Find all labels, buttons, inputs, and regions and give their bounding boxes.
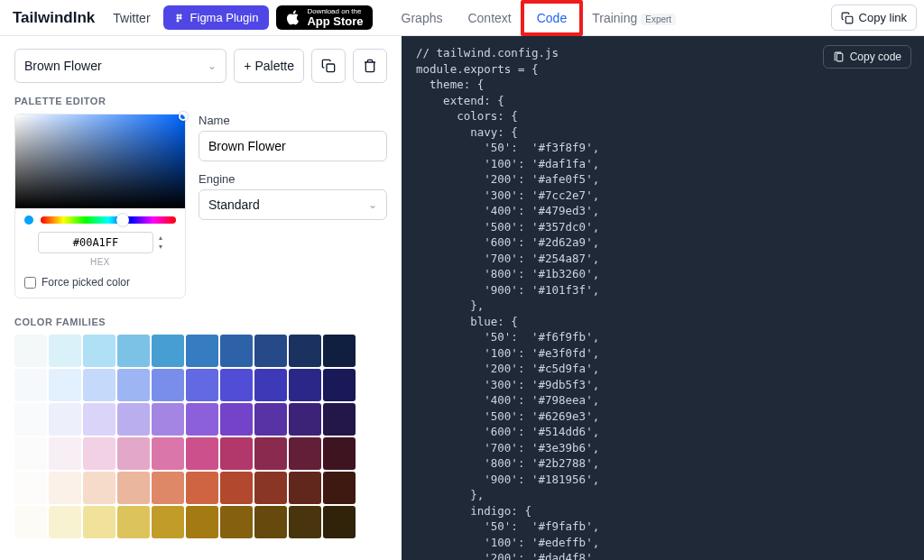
- palette-select[interactable]: Brown Flower ⌄: [14, 49, 226, 83]
- copy-icon: [321, 59, 336, 73]
- color-swatch[interactable]: [117, 437, 150, 470]
- engine-value: Standard: [208, 197, 260, 212]
- duplicate-button[interactable]: [311, 49, 346, 83]
- color-swatch[interactable]: [254, 403, 287, 436]
- svg-point-2: [179, 16, 181, 19]
- color-swatch[interactable]: [254, 369, 287, 401]
- twitter-link[interactable]: Twitter: [107, 11, 155, 25]
- color-swatch[interactable]: [289, 506, 321, 538]
- color-swatch[interactable]: [117, 506, 150, 538]
- color-swatch[interactable]: [14, 472, 47, 504]
- svg-point-3: [176, 16, 179, 19]
- color-swatch[interactable]: [323, 437, 356, 470]
- color-swatch[interactable]: [186, 437, 218, 470]
- color-swatch[interactable]: [83, 506, 116, 538]
- family-row: [14, 403, 387, 436]
- figma-plugin-button[interactable]: Figma Plugin: [163, 5, 270, 30]
- force-picked-checkbox[interactable]: [24, 277, 36, 289]
- color-swatch[interactable]: [289, 437, 321, 470]
- color-swatch[interactable]: [323, 472, 356, 504]
- color-swatch[interactable]: [220, 506, 253, 538]
- engine-select[interactable]: Standard ⌄: [199, 189, 387, 220]
- color-swatch[interactable]: [220, 403, 253, 436]
- copy-code-button[interactable]: Copy code: [823, 45, 911, 69]
- hue-thumb[interactable]: [116, 214, 129, 226]
- color-swatch[interactable]: [323, 506, 356, 538]
- color-swatch[interactable]: [289, 472, 321, 504]
- family-row: [14, 472, 387, 504]
- color-swatch[interactable]: [49, 369, 81, 401]
- color-swatch[interactable]: [323, 369, 356, 401]
- tab-context[interactable]: Context: [457, 4, 522, 32]
- color-swatch[interactable]: [152, 369, 184, 401]
- color-swatch[interactable]: [220, 437, 253, 470]
- color-swatch[interactable]: [152, 403, 184, 436]
- hex-label: HEX: [15, 257, 185, 267]
- color-swatch[interactable]: [83, 472, 116, 504]
- tab-code[interactable]: Code: [526, 4, 578, 32]
- saturation-value-area[interactable]: [15, 115, 185, 208]
- color-swatch[interactable]: [289, 369, 321, 401]
- color-swatch[interactable]: [152, 335, 184, 367]
- color-swatch[interactable]: [152, 506, 184, 538]
- add-palette-button[interactable]: + Palette: [234, 49, 304, 83]
- link-icon: [841, 12, 854, 24]
- svg-rect-7: [836, 53, 843, 61]
- color-swatch[interactable]: [117, 403, 150, 436]
- code-content[interactable]: // tailwind.config.js module.exports = {…: [402, 36, 924, 560]
- color-swatch[interactable]: [289, 335, 321, 367]
- top-bar: TailwindInk Twitter Figma Plugin Downloa…: [0, 0, 924, 36]
- tab-bar: Graphs Context Code TrainingExpert: [391, 4, 688, 32]
- appstore-big-text: App Store: [307, 15, 363, 27]
- color-swatch[interactable]: [117, 335, 150, 367]
- hex-input[interactable]: [38, 232, 153, 253]
- color-swatch[interactable]: [14, 403, 47, 436]
- color-swatch[interactable]: [117, 369, 150, 401]
- expert-badge: Expert: [641, 14, 676, 25]
- color-swatch[interactable]: [49, 437, 81, 470]
- tab-graphs[interactable]: Graphs: [391, 4, 454, 32]
- color-swatch[interactable]: [49, 403, 81, 436]
- color-swatch[interactable]: [186, 369, 218, 401]
- tab-training[interactable]: TrainingExpert: [581, 4, 687, 32]
- color-swatch[interactable]: [186, 335, 218, 367]
- color-swatch[interactable]: [254, 335, 287, 367]
- color-swatch[interactable]: [186, 506, 218, 538]
- color-swatch[interactable]: [14, 437, 47, 470]
- color-swatch[interactable]: [49, 506, 81, 538]
- color-swatch[interactable]: [83, 369, 116, 401]
- color-swatch[interactable]: [323, 335, 356, 367]
- color-swatch[interactable]: [14, 335, 47, 367]
- color-swatch[interactable]: [49, 335, 81, 367]
- color-swatch[interactable]: [83, 437, 116, 470]
- color-swatch[interactable]: [14, 506, 47, 538]
- color-swatch[interactable]: [220, 369, 253, 401]
- color-swatch[interactable]: [289, 403, 321, 436]
- name-input[interactable]: [199, 131, 387, 161]
- copy-link-button[interactable]: Copy link: [831, 5, 917, 31]
- color-swatch[interactable]: [152, 437, 184, 470]
- color-swatch[interactable]: [83, 403, 116, 436]
- color-swatch[interactable]: [117, 472, 150, 504]
- color-swatch[interactable]: [323, 403, 356, 436]
- app-store-button[interactable]: Download on the App Store: [276, 5, 372, 30]
- color-families-label: COLOR FAMILIES: [14, 317, 387, 327]
- code-panel: Copy code // tailwind.config.js module.e…: [402, 36, 924, 560]
- sv-cursor[interactable]: [179, 112, 188, 121]
- color-swatch[interactable]: [186, 472, 218, 504]
- logo: TailwindInk: [7, 9, 100, 27]
- color-swatch[interactable]: [254, 437, 287, 470]
- color-swatch[interactable]: [254, 472, 287, 504]
- color-swatch[interactable]: [14, 369, 47, 401]
- hex-stepper[interactable]: ▴▾: [159, 234, 162, 251]
- hue-slider[interactable]: [41, 216, 176, 224]
- color-swatch[interactable]: [220, 335, 253, 367]
- color-swatch[interactable]: [254, 506, 287, 538]
- color-swatch[interactable]: [152, 472, 184, 504]
- force-picked-label: Force picked color: [42, 276, 130, 289]
- color-swatch[interactable]: [49, 472, 81, 504]
- color-swatch[interactable]: [220, 472, 253, 504]
- color-swatch[interactable]: [83, 335, 116, 367]
- color-swatch[interactable]: [186, 403, 218, 436]
- delete-button[interactable]: [353, 49, 387, 83]
